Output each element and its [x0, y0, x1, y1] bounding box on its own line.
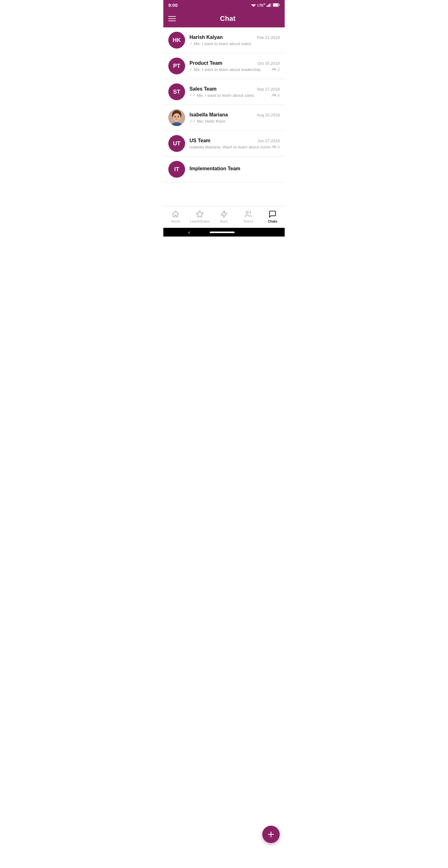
svg-point-17: [177, 118, 177, 118]
checkmark-double: ✓✓: [189, 93, 196, 97]
avatar-harish-kalyan: HK: [168, 32, 185, 49]
hamburger-menu[interactable]: [168, 16, 176, 21]
chat-content: US Team Jun 27,2018 Isabella Mariana: Wa…: [189, 138, 280, 149]
lte-label: LTER: [257, 3, 265, 7]
chat-item-implementation-team[interactable]: IT Implementation Team: [163, 157, 285, 182]
chat-top-row: Isabella Mariana Aug 20,2018: [189, 112, 280, 118]
nav-item-home[interactable]: Home: [163, 206, 188, 226]
chat-top-row: Product Team Oct 05,2018: [189, 60, 280, 66]
teams-icon: [244, 210, 252, 218]
svg-rect-1: [267, 6, 267, 7]
chat-name: Harish Kalyan: [189, 35, 223, 40]
chat-name: Product Team: [189, 60, 222, 66]
chat-date: Feb 21,2019: [257, 35, 280, 40]
members-icon: [271, 93, 277, 97]
chat-top-row: Sales Team Sep 27,2018: [189, 86, 280, 92]
svg-rect-2: [268, 5, 269, 7]
wifi-icon: [251, 3, 256, 7]
status-bar: 9:00 LTER: [163, 0, 285, 10]
bottom-nav: Home Leaderboard Buzz Teams Chats: [163, 206, 285, 228]
svg-rect-3: [269, 4, 270, 7]
svg-point-14: [173, 113, 181, 121]
chat-bottom-row: ✓ Me: I want to learn about sales: [189, 41, 280, 46]
chat-bottom-row: ✓✓ Me: Hello there: [189, 119, 280, 124]
chat-preview: ✓✓ Me: Hello there: [189, 119, 226, 124]
svg-rect-7: [279, 4, 280, 6]
svg-marker-22: [196, 211, 203, 217]
status-icons: LTER: [251, 3, 280, 7]
status-time: 9:00: [168, 2, 178, 8]
chat-name: Isabella Mariana: [189, 112, 228, 118]
chat-bottom-row: Isabella Mariana: Want to learn about co…: [189, 145, 280, 149]
nav-label-leaderboard: Leaderboard: [190, 219, 210, 223]
chat-date: Aug 20,2018: [257, 113, 280, 117]
chat-item-us-team[interactable]: UT US Team Jun 27,2018 Isabella Mariana:…: [163, 131, 285, 157]
avatar-img: [168, 109, 185, 126]
page-title: Chat: [176, 14, 280, 23]
chat-preview: Isabella Mariana: Want to learn about co…: [189, 145, 270, 149]
members-badge: 2: [271, 67, 280, 72]
members-icon: [271, 67, 277, 71]
checkmark-single: ✓: [189, 67, 193, 71]
members-badge: 4: [271, 145, 280, 149]
chat-date: Oct 05,2018: [258, 61, 280, 66]
chat-preview: ✓✓ Me: I want to learn about sales: [189, 93, 254, 98]
nav-item-chats[interactable]: Chats: [260, 206, 285, 226]
signal-icon: [267, 3, 271, 7]
svg-rect-4: [270, 3, 271, 7]
chat-preview: ✓ Me: I want to learn about sales: [189, 41, 251, 46]
nav-item-leaderboard[interactable]: Leaderboard: [188, 206, 212, 226]
nav-label-buzz: Buzz: [220, 219, 228, 223]
chat-item-isabella-mariana[interactable]: Isabella Mariana Aug 20,2018 ✓✓ Me: Hell…: [163, 105, 285, 131]
chat-list: HK Harish Kalyan Feb 21,2019 ✓ Me: I wan…: [163, 27, 285, 206]
chat-bottom-row: ✓✓ Me: I want to learn about sales 4: [189, 93, 280, 98]
chat-item-harish-kalyan[interactable]: HK Harish Kalyan Feb 21,2019 ✓ Me: I wan…: [163, 27, 285, 53]
avatar-sales-team: ST: [168, 84, 185, 100]
chat-item-product-team[interactable]: PT Product Team Oct 05,2018 ✓ Me: I want…: [163, 53, 285, 79]
chat-name: Sales Team: [189, 86, 217, 92]
svg-point-15: [174, 116, 176, 118]
chat-preview: ✓ Me: I want to learn about leadership: [189, 67, 261, 72]
battery-icon: [273, 3, 280, 7]
avatar-us-team: UT: [168, 135, 185, 152]
members-badge: 4: [271, 93, 280, 98]
nav-label-teams: Teams: [243, 219, 253, 223]
svg-point-16: [178, 116, 179, 118]
checkmark-single: ✓: [189, 41, 193, 46]
back-button[interactable]: ‹: [188, 229, 190, 236]
chat-name: US Team: [189, 138, 210, 144]
checkmark-double: ✓✓: [189, 119, 196, 123]
nav-label-home: Home: [171, 219, 180, 223]
chat-content: Sales Team Sep 27,2018 ✓✓ Me: I want to …: [189, 86, 280, 98]
app-header: Chat: [163, 10, 285, 27]
leaderboard-icon: [196, 210, 204, 218]
chat-top-row: US Team Jun 27,2018: [189, 138, 280, 144]
avatar-product-team: PT: [168, 58, 185, 74]
chat-item-sales-team[interactable]: ST Sales Team Sep 27,2018 ✓✓ Me: I want …: [163, 79, 285, 105]
chat-top-row: Implementation Team: [189, 166, 280, 172]
chat-name: Implementation Team: [189, 166, 240, 172]
home-icon: [171, 210, 180, 218]
chat-date: Sep 27,2018: [257, 87, 280, 92]
svg-marker-0: [251, 4, 256, 7]
home-indicator: [210, 231, 234, 233]
chat-content: Product Team Oct 05,2018 ✓ Me: I want to…: [189, 60, 280, 72]
members-icon: [271, 145, 277, 149]
chat-content: Implementation Team: [189, 166, 280, 173]
chat-content: Isabella Mariana Aug 20,2018 ✓✓ Me: Hell…: [189, 112, 280, 124]
chat-content: Harish Kalyan Feb 21,2019 ✓ Me: I want t…: [189, 35, 280, 46]
nav-label-chats: Chats: [268, 219, 278, 223]
chat-top-row: Harish Kalyan Feb 21,2019: [189, 35, 280, 40]
avatar-implementation-team: IT: [168, 161, 185, 178]
nav-item-teams[interactable]: Teams: [236, 206, 260, 226]
home-bar: ‹: [163, 228, 285, 237]
nav-item-buzz[interactable]: Buzz: [212, 206, 236, 226]
chat-bottom-row: ✓ Me: I want to learn about leadership 2: [189, 67, 280, 72]
avatar-isabella-mariana: [168, 109, 185, 126]
svg-point-23: [247, 211, 249, 214]
chats-icon: [268, 210, 277, 218]
buzz-icon: [220, 210, 228, 218]
chat-date: Jun 27,2018: [257, 138, 280, 143]
svg-rect-6: [274, 4, 278, 6]
